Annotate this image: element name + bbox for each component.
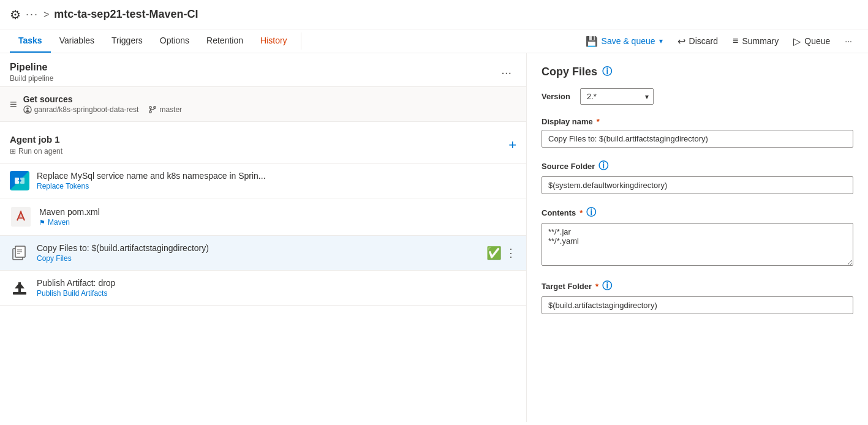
right-panel: Copy Files ⓘ Version 2.* 1.* Display nam… xyxy=(527,53,868,422)
contents-field: Contents * ⓘ **/*.jar **/*.yaml xyxy=(542,206,853,268)
task-name-maven: Maven pom.xml xyxy=(39,207,516,217)
get-sources-title: Get sources xyxy=(23,94,182,104)
source-folder-input[interactable] xyxy=(542,176,853,194)
more-options-button[interactable]: ··· xyxy=(839,32,858,50)
task-type-copy-files: Copy Files xyxy=(37,254,479,263)
target-folder-required: * xyxy=(595,282,598,291)
target-folder-input[interactable] xyxy=(542,296,853,314)
tab-history[interactable]: History xyxy=(252,29,296,53)
task-item-publish[interactable]: Publish Artifact: drop Publish Build Art… xyxy=(0,271,526,306)
task-item-maven[interactable]: Maven pom.xml ⚑ Maven xyxy=(0,198,526,236)
task-name-copy-files: Copy Files to: $(build.artifactstagingdi… xyxy=(37,243,479,253)
get-sources-meta: ganrad/k8s-springboot-data-rest master xyxy=(23,105,182,114)
display-name-input[interactable] xyxy=(542,130,853,148)
agent-job-info: Agent job 1 ⊞ Run on agent xyxy=(10,134,62,156)
version-select[interactable]: 2.* 1.* xyxy=(580,88,654,105)
task-info-copy-files: Copy Files to: $(build.artifactstagingdi… xyxy=(37,243,479,263)
display-name-label: Display name * xyxy=(542,117,853,126)
svg-rect-8 xyxy=(20,211,22,219)
task-item-copy-files[interactable]: Copy Files to: $(build.artifactstagingdi… xyxy=(0,236,526,271)
task-name-replace-tokens: Replace MySql service name and k8s names… xyxy=(37,171,516,181)
contents-required: * xyxy=(579,208,583,217)
task-check-icon: ✅ xyxy=(486,246,502,260)
contents-textarea[interactable]: **/*.jar **/*.yaml xyxy=(542,223,853,266)
agent-job-title: Agent job 1 xyxy=(10,134,62,145)
version-row: Version 2.* 1.* xyxy=(542,88,853,105)
list-icon: ≡ xyxy=(10,97,17,111)
main-layout: Pipeline Build pipeline ··· ≡ Get source… xyxy=(0,53,868,422)
pipeline-info: Pipeline Build pipeline xyxy=(10,62,53,83)
repo-info: ganrad/k8s-springboot-data-rest xyxy=(23,105,139,114)
task-type-publish: Publish Build Artifacts xyxy=(37,289,516,298)
breadcrumb-dots[interactable]: ··· xyxy=(26,8,39,21)
task-info-replace-tokens: Replace MySql service name and k8s names… xyxy=(37,171,516,190)
discard-button[interactable]: ↩ Discard xyxy=(671,32,724,51)
pipeline-icon: ⚙ xyxy=(10,7,21,22)
get-sources-info: Get sources ganrad/k8s-springboot-data-r… xyxy=(23,94,182,114)
maven-icon xyxy=(10,206,32,228)
version-label: Version xyxy=(542,92,570,101)
task-info-maven: Maven pom.xml ⚑ Maven xyxy=(39,207,516,227)
target-folder-label: Target Folder * ⓘ xyxy=(542,280,853,293)
contents-label: Contents * ⓘ xyxy=(542,206,853,219)
copy-files-icon xyxy=(10,243,29,263)
breadcrumb-separator: > xyxy=(43,9,49,20)
tab-options[interactable]: Options xyxy=(151,29,198,53)
publish-icon xyxy=(10,278,29,298)
queue-button[interactable]: ▷ Queue xyxy=(787,32,836,51)
tab-tasks[interactable]: Tasks xyxy=(10,29,51,53)
left-panel: Pipeline Build pipeline ··· ≡ Get source… xyxy=(0,53,527,422)
version-select-wrap: 2.* 1.* xyxy=(580,88,654,105)
right-panel-title: Copy Files ⓘ xyxy=(542,66,853,78)
tab-retention[interactable]: Retention xyxy=(198,29,252,53)
svg-point-2 xyxy=(149,107,152,109)
source-folder-label: Source Folder ⓘ xyxy=(542,160,853,173)
pipeline-subtitle: Build pipeline xyxy=(10,74,53,83)
task-name-publish: Publish Artifact: drop xyxy=(37,278,516,288)
title-info-icon[interactable]: ⓘ xyxy=(602,66,612,78)
summary-icon: ≡ xyxy=(733,36,738,47)
source-folder-info-icon[interactable]: ⓘ xyxy=(598,160,608,173)
save-icon: 💾 xyxy=(586,36,598,47)
top-bar: ⚙ ··· > mtc-ta-sep21-test-Maven-CI xyxy=(0,0,868,29)
svg-rect-11 xyxy=(13,292,26,295)
source-folder-field: Source Folder ⓘ xyxy=(542,160,853,194)
get-sources-section[interactable]: ≡ Get sources ganrad/k8s-springboot-data… xyxy=(0,87,526,122)
summary-button[interactable]: ≡ Summary xyxy=(726,32,785,50)
pipeline-more-button[interactable]: ··· xyxy=(496,63,516,82)
target-folder-field: Target Folder * ⓘ xyxy=(542,280,853,314)
pipeline-title: mtc-ta-sep21-test-Maven-CI xyxy=(54,8,198,21)
task-type-replace-tokens: Replace Tokens xyxy=(37,182,516,190)
task-item-replace-tokens[interactable]: Replace MySql service name and k8s names… xyxy=(0,164,526,198)
replace-tokens-icon xyxy=(10,171,29,190)
svg-point-1 xyxy=(26,108,29,110)
display-name-required: * xyxy=(597,117,600,126)
more-options-icon: ··· xyxy=(845,36,852,46)
queue-icon: ▷ xyxy=(793,36,801,47)
agent-job-section: Agent job 1 ⊞ Run on agent + xyxy=(0,127,526,164)
tab-variables[interactable]: Variables xyxy=(51,29,103,53)
agent-job-subtitle: ⊞ Run on agent xyxy=(10,146,62,156)
task-type-maven: ⚑ Maven xyxy=(39,218,516,227)
nav-tabs: Tasks Variables Triggers Options Retenti… xyxy=(0,29,868,53)
svg-point-3 xyxy=(149,111,152,113)
discard-icon: ↩ xyxy=(677,36,685,47)
save-queue-button[interactable]: 💾 Save & queue ▾ xyxy=(579,32,669,51)
tab-triggers[interactable]: Triggers xyxy=(103,29,151,53)
branch-info: master xyxy=(148,105,182,114)
pipeline-header: Pipeline Build pipeline ··· xyxy=(0,53,526,87)
task-info-publish: Publish Artifact: drop Publish Build Art… xyxy=(37,278,516,298)
svg-rect-5 xyxy=(15,178,19,184)
nav-actions: 💾 Save & queue ▾ ↩ Discard ≡ Summary ▷ Q… xyxy=(579,32,858,51)
grid-icon: ⊞ xyxy=(10,147,16,156)
contents-info-icon[interactable]: ⓘ xyxy=(586,206,596,219)
target-folder-info-icon[interactable]: ⓘ xyxy=(602,280,612,293)
pipeline-heading: Pipeline xyxy=(10,62,53,73)
task-more-button-copy-files[interactable]: ⋮ xyxy=(505,246,516,260)
nav-divider xyxy=(301,32,301,50)
chevron-down-icon: ▾ xyxy=(659,37,663,45)
add-task-button[interactable]: + xyxy=(508,137,516,153)
task-actions-copy-files: ✅ ⋮ xyxy=(486,246,516,260)
display-name-field: Display name * xyxy=(542,117,853,148)
